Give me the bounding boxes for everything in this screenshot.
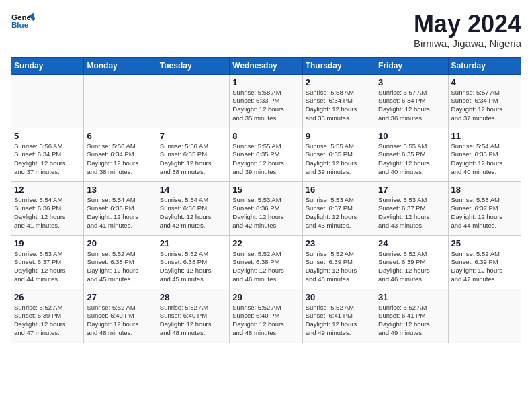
calendar-week-3: 12Sunrise: 5:54 AMSunset: 6:36 PMDayligh… [11, 181, 521, 235]
day-number: 20 [87, 238, 153, 248]
day-number: 25 [451, 238, 518, 248]
day-info: Sunrise: 5:52 AMSunset: 6:41 PMDaylight:… [306, 304, 372, 338]
day-info: Sunrise: 5:56 AMSunset: 6:34 PMDaylight:… [14, 142, 81, 177]
col-thursday: Thursday [302, 57, 375, 74]
calendar-cell: 7Sunrise: 5:56 AMSunset: 6:35 PMDaylight… [157, 128, 229, 181]
day-number: 5 [14, 131, 81, 141]
day-info: Sunrise: 5:58 AMSunset: 6:33 PMDaylight:… [232, 89, 299, 123]
day-number: 18 [451, 185, 518, 195]
calendar-week-2: 5Sunrise: 5:56 AMSunset: 6:34 PMDaylight… [11, 128, 521, 181]
day-info: Sunrise: 5:54 AMSunset: 6:35 PMDaylight:… [451, 142, 518, 177]
day-info: Sunrise: 5:56 AMSunset: 6:35 PMDaylight:… [160, 142, 226, 177]
day-info: Sunrise: 5:55 AMSunset: 6:35 PMDaylight:… [306, 142, 372, 177]
day-info: Sunrise: 5:52 AMSunset: 6:38 PMDaylight:… [232, 250, 299, 284]
day-info: Sunrise: 5:52 AMSunset: 6:39 PMDaylight:… [451, 250, 518, 284]
day-info: Sunrise: 5:55 AMSunset: 6:35 PMDaylight:… [378, 142, 445, 177]
day-number: 23 [306, 238, 372, 248]
calendar-cell: 4Sunrise: 5:57 AMSunset: 6:34 PMDaylight… [448, 74, 521, 128]
calendar-table: Sunday Monday Tuesday Wednesday Thursday… [11, 57, 521, 343]
calendar-cell: 29Sunrise: 5:52 AMSunset: 6:40 PMDayligh… [230, 289, 302, 342]
calendar-cell: 17Sunrise: 5:53 AMSunset: 6:37 PMDayligh… [375, 181, 448, 235]
calendar-cell: 12Sunrise: 5:54 AMSunset: 6:36 PMDayligh… [11, 181, 84, 235]
day-number: 14 [160, 185, 226, 195]
title-area: May 2024 Birniwa, Jigawa, Nigeria [414, 11, 521, 49]
calendar-cell: 15Sunrise: 5:53 AMSunset: 6:36 PMDayligh… [230, 181, 302, 235]
day-number: 1 [232, 77, 299, 87]
day-number: 16 [306, 185, 372, 195]
day-number: 9 [306, 131, 372, 141]
calendar-cell: 24Sunrise: 5:52 AMSunset: 6:39 PMDayligh… [375, 235, 448, 289]
day-number: 31 [378, 292, 445, 302]
day-number: 24 [378, 238, 445, 248]
day-number: 8 [232, 131, 299, 141]
calendar-cell: 1Sunrise: 5:58 AMSunset: 6:33 PMDaylight… [230, 74, 302, 128]
day-info: Sunrise: 5:52 AMSunset: 6:39 PMDaylight:… [378, 250, 445, 284]
header-row: Sunday Monday Tuesday Wednesday Thursday… [11, 57, 521, 74]
month-title: May 2024 [414, 11, 521, 38]
location: Birniwa, Jigawa, Nigeria [414, 38, 521, 49]
day-info: Sunrise: 5:54 AMSunset: 6:36 PMDaylight:… [87, 196, 153, 230]
header: General Blue May 2024 Birniwa, Jigawa, N… [11, 11, 521, 49]
calendar-cell: 27Sunrise: 5:52 AMSunset: 6:40 PMDayligh… [84, 289, 157, 342]
day-number: 21 [160, 238, 226, 248]
day-number: 7 [160, 131, 226, 141]
calendar-cell: 23Sunrise: 5:52 AMSunset: 6:39 PMDayligh… [302, 235, 375, 289]
day-info: Sunrise: 5:56 AMSunset: 6:34 PMDaylight:… [87, 142, 153, 177]
day-number: 11 [451, 131, 518, 141]
svg-text:Blue: Blue [11, 20, 29, 29]
day-info: Sunrise: 5:52 AMSunset: 6:39 PMDaylight:… [306, 250, 372, 284]
day-info: Sunrise: 5:53 AMSunset: 6:37 PMDaylight:… [14, 250, 81, 284]
day-info: Sunrise: 5:57 AMSunset: 6:34 PMDaylight:… [451, 89, 518, 123]
day-info: Sunrise: 5:52 AMSunset: 6:38 PMDaylight:… [87, 250, 153, 284]
day-info: Sunrise: 5:52 AMSunset: 6:41 PMDaylight:… [378, 304, 445, 338]
day-info: Sunrise: 5:54 AMSunset: 6:36 PMDaylight:… [14, 196, 81, 230]
calendar-cell: 28Sunrise: 5:52 AMSunset: 6:40 PMDayligh… [157, 289, 229, 342]
day-info: Sunrise: 5:52 AMSunset: 6:40 PMDaylight:… [160, 304, 226, 338]
day-info: Sunrise: 5:52 AMSunset: 6:39 PMDaylight:… [14, 304, 81, 338]
calendar-cell: 13Sunrise: 5:54 AMSunset: 6:36 PMDayligh… [84, 181, 157, 235]
col-monday: Monday [84, 57, 157, 74]
day-number: 26 [14, 292, 81, 302]
calendar-cell: 21Sunrise: 5:52 AMSunset: 6:38 PMDayligh… [157, 235, 229, 289]
day-info: Sunrise: 5:58 AMSunset: 6:34 PMDaylight:… [306, 89, 372, 123]
day-number: 2 [306, 77, 372, 87]
calendar-cell: 2Sunrise: 5:58 AMSunset: 6:34 PMDaylight… [302, 74, 375, 128]
calendar-cell [157, 74, 229, 128]
calendar-cell: 26Sunrise: 5:52 AMSunset: 6:39 PMDayligh… [11, 289, 84, 342]
day-number: 4 [451, 77, 518, 87]
day-info: Sunrise: 5:52 AMSunset: 6:40 PMDaylight:… [87, 304, 153, 338]
calendar-cell [11, 74, 84, 128]
day-number: 10 [378, 131, 445, 141]
day-number: 19 [14, 238, 81, 248]
calendar-cell: 19Sunrise: 5:53 AMSunset: 6:37 PMDayligh… [11, 235, 84, 289]
day-number: 29 [232, 292, 299, 302]
day-info: Sunrise: 5:53 AMSunset: 6:37 PMDaylight:… [451, 196, 518, 230]
col-tuesday: Tuesday [157, 57, 229, 74]
day-number: 22 [232, 238, 299, 248]
day-number: 15 [232, 185, 299, 195]
col-saturday: Saturday [448, 57, 521, 74]
day-info: Sunrise: 5:53 AMSunset: 6:37 PMDaylight:… [378, 196, 445, 230]
calendar-cell: 20Sunrise: 5:52 AMSunset: 6:38 PMDayligh… [84, 235, 157, 289]
calendar-cell: 16Sunrise: 5:53 AMSunset: 6:37 PMDayligh… [302, 181, 375, 235]
day-number: 12 [14, 185, 81, 195]
col-friday: Friday [375, 57, 448, 74]
day-number: 28 [160, 292, 226, 302]
calendar-cell: 22Sunrise: 5:52 AMSunset: 6:38 PMDayligh… [230, 235, 302, 289]
calendar-cell: 14Sunrise: 5:54 AMSunset: 6:36 PMDayligh… [157, 181, 229, 235]
calendar-cell: 5Sunrise: 5:56 AMSunset: 6:34 PMDaylight… [11, 128, 84, 181]
calendar-week-5: 26Sunrise: 5:52 AMSunset: 6:39 PMDayligh… [11, 289, 521, 342]
day-info: Sunrise: 5:54 AMSunset: 6:36 PMDaylight:… [160, 196, 226, 230]
calendar-week-1: 1Sunrise: 5:58 AMSunset: 6:33 PMDaylight… [11, 74, 521, 128]
calendar-cell: 6Sunrise: 5:56 AMSunset: 6:34 PMDaylight… [84, 128, 157, 181]
day-info: Sunrise: 5:57 AMSunset: 6:34 PMDaylight:… [378, 89, 445, 123]
logo-icon: General Blue [11, 11, 35, 35]
day-info: Sunrise: 5:53 AMSunset: 6:37 PMDaylight:… [306, 196, 372, 230]
day-info: Sunrise: 5:52 AMSunset: 6:40 PMDaylight:… [232, 304, 299, 338]
calendar-cell: 25Sunrise: 5:52 AMSunset: 6:39 PMDayligh… [448, 235, 521, 289]
day-info: Sunrise: 5:52 AMSunset: 6:38 PMDaylight:… [160, 250, 226, 284]
col-sunday: Sunday [11, 57, 84, 74]
calendar-cell [448, 289, 521, 342]
col-wednesday: Wednesday [230, 57, 302, 74]
day-number: 17 [378, 185, 445, 195]
